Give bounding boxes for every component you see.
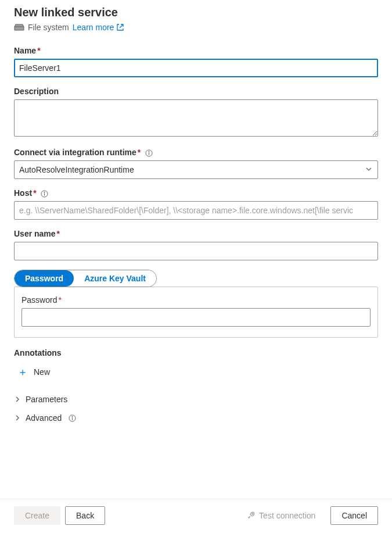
create-button[interactable]: Create — [14, 506, 60, 525]
cancel-button[interactable]: Cancel — [330, 506, 378, 525]
runtime-label: Connect via integration runtime* — [14, 148, 378, 157]
info-icon[interactable] — [69, 414, 76, 422]
tab-password[interactable]: Password — [15, 270, 74, 287]
svg-point-8 — [72, 416, 73, 417]
learn-more-text: Learn more — [73, 23, 114, 32]
back-button[interactable]: Back — [65, 506, 105, 525]
parameters-label: Parameters — [26, 395, 67, 404]
username-input[interactable] — [14, 242, 378, 260]
subheader: File system Learn more — [14, 23, 378, 32]
plus-icon: ＋ — [17, 367, 28, 377]
password-panel: Password* — [14, 287, 378, 338]
host-label: Host* — [14, 188, 378, 198]
runtime-select[interactable]: AutoResolveIntegrationRuntime — [14, 160, 378, 179]
required-indicator: * — [33, 188, 36, 198]
required-indicator: * — [37, 46, 40, 55]
tab-azure-key-vault[interactable]: Azure Key Vault — [74, 270, 156, 287]
add-new-label: New — [34, 367, 50, 377]
name-label: Name* — [14, 46, 378, 55]
page-title: New linked service — [14, 6, 378, 19]
required-indicator: * — [58, 295, 61, 305]
svg-point-9 — [252, 513, 253, 514]
info-icon[interactable] — [41, 190, 48, 198]
auth-tab-group: Password Azure Key Vault — [14, 270, 157, 287]
service-type-label: File system — [28, 23, 69, 32]
chevron-right-icon — [14, 396, 21, 403]
add-annotation-button[interactable]: ＋ New — [14, 364, 53, 380]
advanced-expander[interactable]: Advanced — [14, 409, 378, 427]
password-label: Password* — [21, 295, 371, 305]
host-input[interactable] — [14, 201, 378, 220]
chevron-right-icon — [14, 414, 21, 421]
external-link-icon — [116, 23, 124, 31]
annotations-heading: Annotations — [14, 348, 378, 357]
footer: Create Back Test connection Cancel — [0, 499, 392, 533]
password-input[interactable] — [21, 308, 371, 327]
svg-point-2 — [149, 151, 149, 152]
description-input[interactable] — [14, 99, 378, 137]
required-indicator: * — [57, 229, 60, 238]
test-connection-button[interactable]: Test connection — [237, 506, 326, 525]
file-system-icon — [14, 23, 24, 31]
advanced-label: Advanced — [26, 413, 62, 423]
learn-more-link[interactable]: Learn more — [73, 23, 125, 32]
parameters-expander[interactable]: Parameters — [14, 390, 378, 409]
info-icon[interactable] — [145, 149, 153, 157]
required-indicator: * — [138, 148, 141, 157]
description-label: Description — [14, 87, 378, 96]
svg-point-5 — [44, 192, 45, 192]
username-label: User name* — [14, 229, 378, 238]
rocket-icon — [247, 511, 256, 521]
name-input[interactable] — [14, 59, 378, 77]
